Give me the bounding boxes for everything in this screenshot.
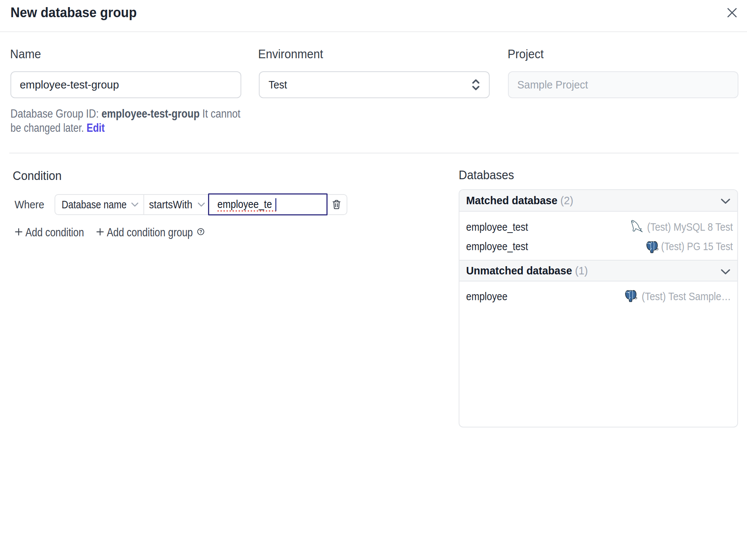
svg-text:?: ?: [199, 229, 202, 234]
